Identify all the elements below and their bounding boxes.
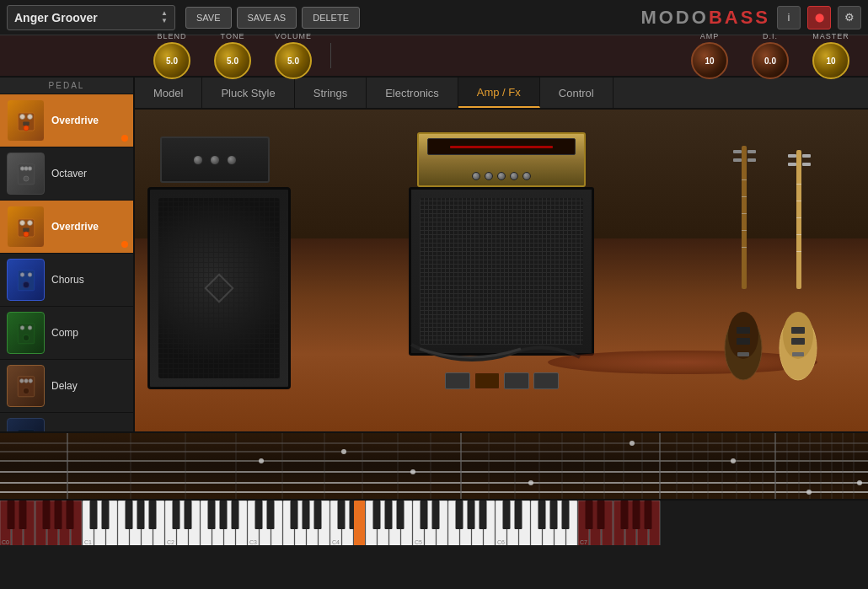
black-key[interactable] [102, 501, 110, 529]
svg-text:C2: C2 [167, 539, 174, 545]
svg-point-7 [28, 167, 32, 171]
svg-text:C6: C6 [497, 539, 505, 545]
tab-ampfx[interactable]: Amp / Fx [458, 78, 540, 108]
volume-value: 5.0 [287, 56, 299, 66]
record-button[interactable]: ⬤ [807, 6, 831, 29]
logo-suffix: BASS [709, 7, 770, 28]
black-key[interactable] [562, 501, 570, 529]
studio-area [135, 110, 868, 431]
main-area: PEDAL Overdrive [0, 78, 868, 431]
master-knob-group: MASTER 10 [812, 32, 849, 79]
pedal-icon-octaver [7, 153, 45, 195]
tone-knob[interactable]: 5.0 [214, 42, 251, 79]
black-key[interactable] [291, 501, 298, 529]
black-key[interactable] [586, 501, 593, 529]
black-key[interactable] [220, 501, 228, 529]
black-key[interactable] [515, 501, 522, 529]
tab-model[interactable]: Model [135, 78, 202, 108]
pedal-item-overdrive1[interactable]: Overdrive [0, 94, 133, 147]
black-key[interactable] [385, 501, 393, 529]
black-key[interactable] [456, 501, 463, 529]
black-key[interactable] [185, 501, 192, 529]
black-key[interactable] [538, 501, 546, 529]
black-key[interactable] [255, 501, 263, 529]
black-key[interactable] [597, 501, 605, 529]
pedal-item-overdrive2[interactable]: Overdrive [0, 201, 133, 254]
volume-knob[interactable]: 5.0 [275, 42, 312, 79]
pedal-item-octaver[interactable]: Octaver [0, 147, 133, 201]
preset-selector[interactable]: Anger Groover ▲ ▼ [7, 5, 175, 30]
info-icon: i [788, 11, 790, 24]
info-button[interactable]: i [777, 6, 801, 29]
black-key[interactable] [126, 501, 133, 529]
svg-rect-57 [796, 251, 801, 252]
black-key[interactable] [208, 501, 216, 529]
black-key[interactable] [55, 501, 62, 529]
black-key[interactable] [550, 501, 558, 529]
black-key[interactable] [67, 501, 74, 529]
black-key[interactable] [421, 501, 428, 529]
black-key[interactable] [149, 501, 157, 529]
pedal-item-comp[interactable]: Comp [0, 307, 133, 360]
svg-text:C4: C4 [332, 539, 340, 545]
svg-point-108 [731, 458, 736, 463]
black-key[interactable] [173, 501, 180, 529]
pedal-label-octaver: Octaver [51, 168, 87, 179]
tabs-bar: Model Pluck Style Strings Electronics Am… [135, 78, 868, 110]
record-icon: ⬤ [815, 13, 824, 22]
svg-point-8 [24, 167, 28, 171]
tab-strings[interactable]: Strings [295, 78, 367, 108]
tab-control[interactable]: Control [540, 78, 613, 108]
save-as-button[interactable]: SAVE AS [237, 7, 297, 29]
black-key[interactable] [90, 501, 98, 529]
delete-button[interactable]: DELETE [302, 7, 360, 29]
logo-area: MODOBASS i ⬤ ⚙ [640, 6, 861, 29]
black-key[interactable] [43, 501, 51, 529]
blend-label: BLEND [157, 32, 186, 40]
black-key[interactable] [303, 501, 310, 529]
black-key[interactable] [397, 501, 405, 529]
black-key[interactable] [373, 501, 381, 529]
black-key[interactable] [621, 501, 629, 529]
pedal-item-delay[interactable]: Delay [0, 360, 133, 413]
svg-rect-51 [802, 154, 811, 158]
fretboard-area [0, 431, 868, 499]
black-key[interactable] [19, 501, 27, 529]
svg-rect-62 [792, 352, 804, 356]
svg-point-22 [23, 335, 29, 341]
black-key[interactable] [8, 501, 15, 529]
di-knob[interactable]: 0.0 [752, 42, 789, 79]
black-key[interactable] [645, 501, 652, 529]
svg-point-110 [857, 480, 862, 485]
black-key[interactable] [137, 501, 145, 529]
volume-knob-group: VOLUME 5.0 [275, 32, 312, 79]
preset-arrows[interactable]: ▲ ▼ [161, 10, 168, 25]
preset-down-arrow[interactable]: ▼ [161, 18, 168, 25]
black-key[interactable] [232, 501, 239, 529]
black-key[interactable] [314, 501, 322, 529]
black-key[interactable] [633, 501, 640, 529]
tab-pluck[interactable]: Pluck Style [202, 78, 294, 108]
save-button[interactable]: SAVE [185, 7, 232, 29]
amp-knob[interactable]: 10 [691, 42, 728, 79]
black-key[interactable] [468, 501, 475, 529]
svg-rect-35 [733, 158, 742, 162]
svg-point-104 [341, 449, 346, 454]
svg-rect-56 [796, 234, 801, 235]
settings-button[interactable]: ⚙ [838, 6, 861, 29]
black-key[interactable] [432, 501, 440, 529]
black-key[interactable] [338, 501, 346, 529]
blend-knob[interactable]: 5.0 [153, 42, 190, 79]
svg-rect-37 [747, 158, 756, 162]
active-key[interactable] [354, 501, 365, 545]
black-key[interactable] [480, 501, 487, 529]
black-key[interactable] [503, 501, 511, 529]
master-knob[interactable]: 10 [812, 42, 849, 79]
black-key[interactable] [267, 501, 275, 529]
pedal-label-comp: Comp [51, 327, 78, 339]
pedal-item-chorus[interactable]: Chorus [0, 254, 133, 307]
tab-electronics[interactable]: Electronics [367, 78, 458, 108]
svg-rect-42 [742, 247, 747, 248]
svg-point-59 [783, 312, 813, 359]
tone-label: TONE [221, 32, 245, 40]
